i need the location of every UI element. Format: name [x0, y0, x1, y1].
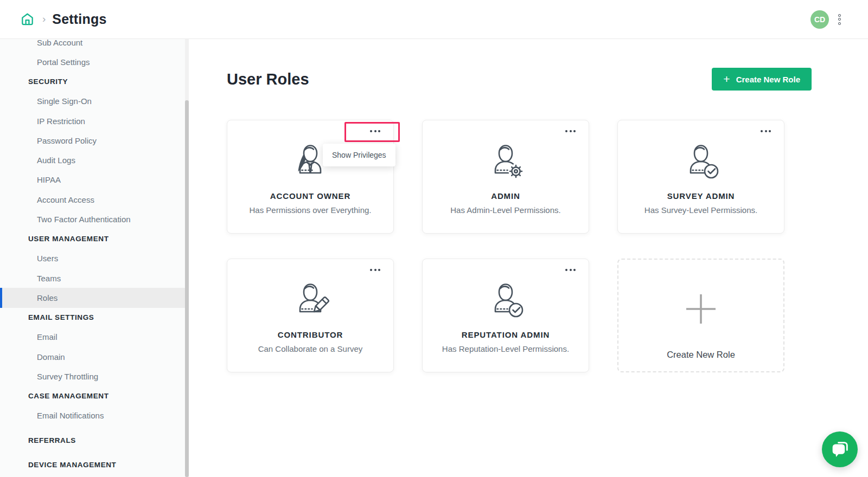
- sidebar-item-domain[interactable]: Domain: [0, 347, 189, 366]
- plus-icon: [685, 293, 717, 327]
- sidebar-item-email-notifications[interactable]: Email Notifications: [0, 406, 189, 426]
- role-name: SURVEY ADMIN: [667, 191, 735, 201]
- sidebar-item-portal-settings[interactable]: Portal Settings: [0, 52, 189, 72]
- card-menu-ellipsis-icon[interactable]: [563, 265, 578, 275]
- sidebar-scrollbar-thumb[interactable]: [185, 100, 189, 477]
- home-icon[interactable]: [19, 11, 35, 28]
- chat-bubbles-icon: [829, 437, 851, 461]
- card-menu-ellipsis-icon[interactable]: [368, 126, 382, 137]
- role-name: CONTRIBUTOR: [278, 330, 343, 339]
- avatar[interactable]: CD: [810, 10, 829, 29]
- top-header: › Settings CD: [0, 0, 868, 39]
- sidebar-item-teams[interactable]: Teams: [0, 268, 189, 288]
- role-card-account-owner: ACCOUNT OWNERHas Permissions over Everyt…: [227, 120, 394, 234]
- sidebar-item-ip-restriction[interactable]: IP Restriction: [0, 111, 189, 131]
- card-menu-ellipsis-icon[interactable]: [563, 126, 578, 137]
- show-privileges-tooltip: Show Privileges: [323, 144, 395, 166]
- role-name: ACCOUNT OWNER: [270, 191, 350, 201]
- sidebar-item-two-factor-authentication[interactable]: Two Factor Authentication: [0, 209, 189, 229]
- plus-icon: +: [723, 73, 730, 85]
- sidebar-item-users[interactable]: Users: [0, 249, 189, 268]
- chat-launcher-button[interactable]: [822, 431, 858, 467]
- sidebar-item-sub-account[interactable]: Sub Account: [0, 39, 189, 52]
- main-content: User Roles + Create New Role ACCOUNT OWN…: [189, 39, 868, 477]
- sidebar-item-email[interactable]: Email: [0, 327, 189, 347]
- sidebar-section-device-management: DEVICE MANAGEMENT: [0, 455, 189, 474]
- role-card-contributor: CONTRIBUTORCan Collaborate on a Survey: [227, 259, 394, 372]
- sidebar-item-hipaa[interactable]: HIPAA: [0, 170, 189, 190]
- sidebar-section-email-settings: EMAIL SETTINGS: [0, 308, 189, 327]
- sidebar-item-single-sign-on[interactable]: Single Sign-On: [0, 92, 189, 111]
- create-new-role-button[interactable]: + Create New Role: [712, 68, 812, 91]
- sidebar-section-referrals: REFERRALS: [0, 430, 189, 450]
- kebab-menu-icon[interactable]: [836, 12, 843, 27]
- role-description: Has Survey-Level Permissions.: [644, 205, 757, 215]
- role-description: Can Collaborate on a Survey: [258, 344, 363, 353]
- admin-icon: [484, 140, 527, 183]
- survey-admin-icon: [679, 140, 723, 183]
- role-card-survey-admin: SURVEY ADMINHas Survey-Level Permissions…: [617, 120, 784, 234]
- page-title: User Roles: [227, 70, 309, 88]
- create-new-role-button-label: Create New Role: [736, 75, 800, 84]
- card-menu-ellipsis-icon[interactable]: [368, 265, 382, 275]
- sidebar-item-password-policy[interactable]: Password Policy: [0, 131, 189, 150]
- create-new-role-card[interactable]: Create New Role: [617, 259, 784, 372]
- role-description: Has Reputation-Level Permissions.: [442, 344, 569, 353]
- sidebar-item-audit-logs[interactable]: Audit Logs: [0, 151, 189, 170]
- contributor-icon: [289, 279, 332, 322]
- sidebar-section-security: SECURITY: [0, 72, 189, 92]
- role-name: REPUTATION ADMIN: [462, 330, 550, 339]
- role-name: ADMIN: [491, 191, 520, 201]
- card-menu-ellipsis-icon[interactable]: [758, 126, 773, 137]
- create-new-role-card-label: Create New Role: [667, 350, 735, 360]
- sidebar-item-roles[interactable]: Roles: [0, 288, 189, 307]
- reputation-admin-icon: [484, 279, 527, 322]
- sidebar-section-user-management: USER MANAGEMENT: [0, 229, 189, 249]
- role-description: Has Admin-Level Permissions.: [450, 205, 560, 215]
- role-description: Has Permissions over Everything.: [249, 205, 371, 215]
- breadcrumb-page-title: Settings: [52, 11, 106, 27]
- role-card-admin: ADMINHas Admin-Level Permissions.: [422, 120, 589, 234]
- sidebar-item-survey-throttling[interactable]: Survey Throttling: [0, 366, 189, 386]
- sidebar-item-account-access[interactable]: Account Access: [0, 190, 189, 209]
- breadcrumb-separator-icon: ›: [42, 13, 46, 25]
- settings-sidebar: Sub AccountPortal SettingsSECURITYSingle…: [0, 39, 189, 477]
- sidebar-section-case-management: CASE MANAGEMENT: [0, 386, 189, 406]
- role-card-reputation-admin: REPUTATION ADMINHas Reputation-Level Per…: [422, 259, 589, 372]
